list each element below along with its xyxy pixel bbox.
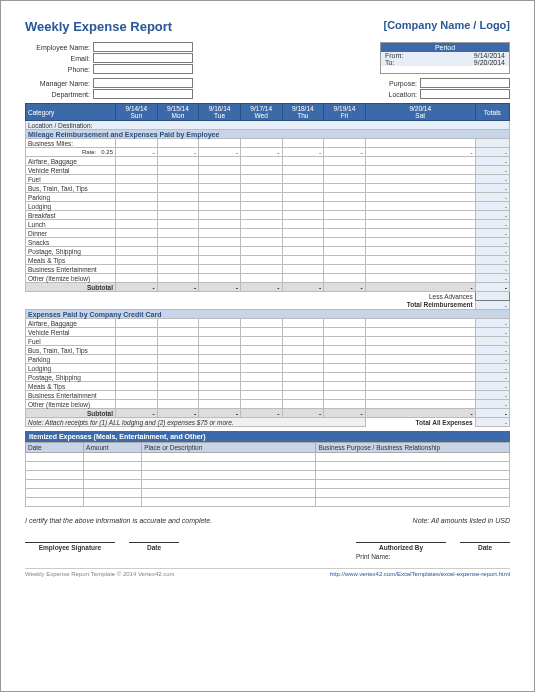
itemized-table: DateAmountPlace or DescriptionBusiness P…: [25, 442, 510, 507]
email-input[interactable]: [93, 53, 193, 63]
header: Weekly Expense Report [Company Name / Lo…: [25, 19, 510, 34]
phone-input[interactable]: [93, 64, 193, 74]
dept-label: Department:: [25, 91, 90, 98]
expense-table: Category9/14/14Sun9/15/14Mon9/16/14Tue9/…: [25, 103, 510, 427]
mgr-label: Manager Name:: [25, 80, 90, 87]
period-header: Period: [381, 43, 509, 52]
cert-text: I certify that the above information is …: [25, 517, 212, 524]
certification: I certify that the above information is …: [25, 517, 510, 524]
company-logo: [Company Name / Logo]: [383, 19, 510, 31]
footer: Weekly Expense Report Template © 2014 Ve…: [25, 568, 510, 577]
auth-signature: Authorized By: [356, 542, 446, 551]
location-input[interactable]: [420, 89, 510, 99]
emp-name-label: Employee Name:: [25, 44, 90, 51]
to-label: To:: [385, 59, 394, 66]
purpose-input[interactable]: [420, 78, 510, 88]
location-label: Location:: [377, 91, 417, 98]
email-label: Email:: [25, 55, 90, 62]
purpose-label: Purpose:: [377, 80, 417, 87]
from-label: From:: [385, 52, 403, 59]
mgr-input[interactable]: [93, 78, 193, 88]
auth-sig-date: Date: [460, 542, 510, 551]
itemized-header: Itemized Expenses (Meals, Entertainment,…: [25, 431, 510, 442]
emp-signature: Employee Signature: [25, 542, 115, 560]
dept-input[interactable]: [93, 89, 193, 99]
report-title: Weekly Expense Report: [25, 19, 172, 34]
signature-area: Employee Signature Date Authorized By Da…: [25, 542, 510, 560]
print-name-label: Print Name:: [356, 553, 510, 560]
cert-note: Note: All amounts listed in USD: [413, 517, 510, 524]
emp-sig-date: Date: [129, 542, 179, 560]
footer-link[interactable]: http://www.vertex42.com/ExcelTemplates/e…: [330, 571, 510, 577]
expense-report-page: Weekly Expense Report [Company Name / Lo…: [0, 0, 535, 692]
footer-left: Weekly Expense Report Template © 2014 Ve…: [25, 571, 175, 577]
from-date: 9/14/2014: [474, 52, 505, 59]
emp-name-input[interactable]: [93, 42, 193, 52]
period-box: Period From:9/14/2014 To:9/20/2014: [380, 42, 510, 74]
to-date: 9/20/2014: [474, 59, 505, 66]
info-block-1: Employee Name: Email: Phone: Period From…: [25, 42, 510, 74]
phone-label: Phone:: [25, 66, 90, 73]
info-block-2: Manager Name: Department: Purpose: Locat…: [25, 78, 510, 99]
